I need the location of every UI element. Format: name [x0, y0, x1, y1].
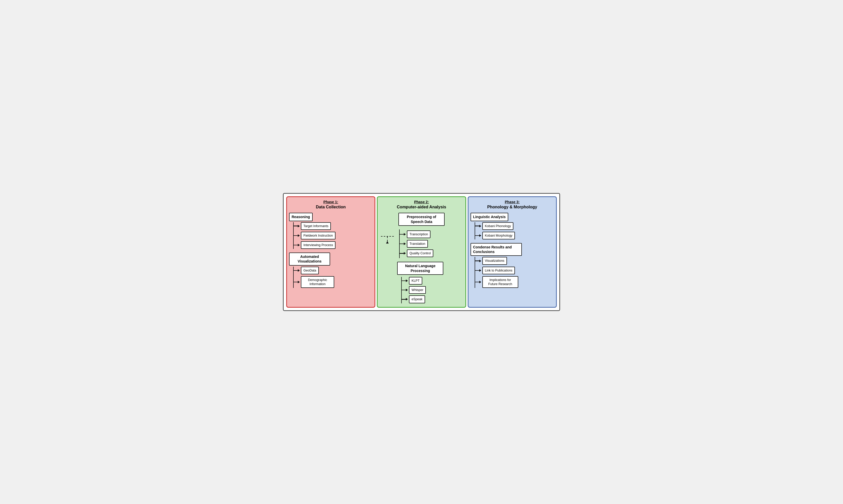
- kobani-phonology-kid: Kobani Phonology: [475, 222, 554, 230]
- h-line-15: [475, 270, 479, 271]
- up-arrow-tip: [386, 241, 389, 244]
- h-line-7: [400, 244, 404, 244]
- arr-tip-9: [406, 280, 408, 282]
- h-line-9: [402, 281, 406, 281]
- reasoning-box: Reasoning: [289, 213, 313, 221]
- phase1-panel: Phase 1: Data Collection Reasoning Targe…: [286, 196, 375, 307]
- transcription-box: Transcription: [407, 231, 430, 238]
- arr-tip-15: [479, 269, 481, 272]
- linguistic-section: Linguistic Analysis Kobani Phonology Kob…: [470, 213, 554, 240]
- quality-control-kid: Quality Control: [400, 249, 463, 257]
- phase3-panel: Phase 3: Phonology & Morphology Linguist…: [468, 196, 557, 307]
- phase3-header: Phase 3: Phonology & Morphology: [470, 200, 554, 210]
- klpt-kid: KLPT: [402, 277, 463, 285]
- arr-tip-4: [298, 269, 300, 272]
- preprocessing-kids-wrapper: Transcription Translation: [397, 230, 463, 258]
- p2-right-content: Transcription Translation: [397, 228, 463, 303]
- implications-kid: Implications for Future Research: [475, 276, 554, 288]
- implications-box: Implications for Future Research: [482, 276, 518, 288]
- arr-tip-3: [298, 244, 300, 246]
- phase1-tree: Reasoning Target Informants Fieldwork In…: [289, 213, 373, 289]
- whisper-box: Whisper: [409, 286, 426, 294]
- arr-tip-5: [298, 281, 300, 283]
- nlp-section: Natural Language Processing KLPT: [397, 262, 463, 303]
- whisper-kid: Whisper: [402, 286, 463, 294]
- geodata-box: GeoData: [301, 267, 319, 274]
- p2-body: Transcription Translation: [380, 228, 463, 303]
- arr-tip-7: [404, 242, 406, 245]
- nlp-box: Natural Language Processing: [397, 262, 443, 274]
- h-line-4: [294, 270, 298, 271]
- link-publications-kid: Link to Publications: [475, 267, 554, 274]
- translation-kid: Translation: [400, 240, 463, 248]
- diagram-wrapper: Phase 1: Data Collection Reasoning Targe…: [283, 193, 560, 311]
- geodata-kid: GeoData: [294, 267, 373, 274]
- arr-tip-16: [479, 281, 481, 283]
- dashed-connector-area: [380, 228, 395, 244]
- h-line-14: [475, 260, 479, 261]
- visualizations-kid: Visualizations: [475, 257, 554, 265]
- transcription-kid: Transcription: [400, 231, 463, 238]
- h-line-1: [294, 226, 298, 226]
- h-line-12: [475, 226, 479, 226]
- phase3-tree: Linguistic Analysis Kobani Phonology Kob…: [470, 213, 554, 289]
- arr-tip-2: [298, 234, 300, 237]
- arr-tip-8: [404, 252, 406, 255]
- reasoning-root-row: Reasoning: [289, 213, 373, 221]
- interviewing-box: Interviewing Process: [301, 241, 336, 249]
- preprocessing-top: Preprocessing of Speech Data: [380, 213, 463, 226]
- interviewing-kid: Interviewing Process: [294, 241, 373, 249]
- phase1-header: Phase 1: Data Collection: [289, 200, 373, 210]
- condense-section: Condense Results and Conclusions Visuali…: [470, 243, 554, 289]
- h-line-10: [402, 290, 406, 290]
- phase2-num: Phase 2:: [380, 200, 463, 204]
- klpt-box: KLPT: [409, 277, 422, 285]
- arr-tip-14: [479, 260, 481, 262]
- target-informants-box: Target Informants: [301, 222, 331, 230]
- phase3-num: Phase 3:: [470, 200, 554, 204]
- kobani-morphology-box: Kobani Morphology: [482, 232, 515, 239]
- condense-root-row: Condense Results and Conclusions: [470, 243, 554, 256]
- fieldworker-box: Fieldwork Instruction: [301, 232, 336, 239]
- dashed-v-line: [387, 237, 388, 241]
- autovis-section: Automated Visualizations GeoData Demogra…: [289, 253, 373, 289]
- arr-tip-10: [406, 289, 408, 291]
- arr-tip-1: [298, 225, 300, 227]
- h-line-13: [475, 235, 479, 236]
- phase1-title: Data Collection: [289, 204, 373, 210]
- autovis-kids: GeoData Demographic Information: [293, 267, 373, 288]
- reasoning-section: Reasoning Target Informants Fieldwork In…: [289, 213, 373, 250]
- espeak-box: eSpeak: [409, 295, 425, 303]
- demographic-kid: Demographic Information: [294, 276, 373, 288]
- autovis-root-row: Automated Visualizations: [289, 253, 373, 265]
- arr-tip-13: [479, 234, 481, 237]
- arr-tip-6: [404, 233, 406, 236]
- demographic-box: Demographic Information: [301, 276, 334, 288]
- arr-tip-12: [479, 225, 481, 227]
- fieldworker-kid: Fieldwork Instruction: [294, 232, 373, 239]
- h-line-6: [400, 234, 404, 235]
- preprocessing-children-list: Transcription Translation: [399, 230, 463, 258]
- kobani-phonology-box: Kobani Phonology: [482, 222, 514, 230]
- arr-tip-11: [406, 298, 408, 301]
- nlp-kids: KLPT Whisper eSpeak: [401, 277, 463, 303]
- condense-kids: Visualizations Link to Publications Impl…: [474, 257, 554, 288]
- kobani-morphology-kid: Kobani Morphology: [475, 232, 554, 239]
- linguistic-box: Linguistic Analysis: [470, 213, 508, 221]
- nlp-root-row: Natural Language Processing: [397, 262, 463, 274]
- visualizations-box: Visualizations: [482, 257, 507, 265]
- autovis-box: Automated Visualizations: [289, 253, 330, 265]
- target-informants-kid: Target Informants: [294, 222, 373, 230]
- phase1-num: Phase 1:: [289, 200, 373, 204]
- h-line-3: [294, 245, 298, 246]
- translation-box: Translation: [407, 240, 428, 248]
- preprocessing-kids-inner: Transcription Translation: [397, 230, 463, 258]
- preprocessing-box: Preprocessing of Speech Data: [398, 213, 445, 226]
- h-line-5: [294, 282, 298, 283]
- reasoning-kids: Target Informants Fieldwork Instruction …: [293, 222, 373, 249]
- link-publications-box: Link to Publications: [482, 267, 515, 274]
- phase2-header: Phase 2: Computer-aided Analysis: [380, 200, 463, 210]
- phases-row: Phase 1: Data Collection Reasoning Targe…: [286, 196, 557, 307]
- condense-box: Condense Results and Conclusions: [470, 243, 522, 256]
- linguistic-root-row: Linguistic Analysis: [470, 213, 554, 221]
